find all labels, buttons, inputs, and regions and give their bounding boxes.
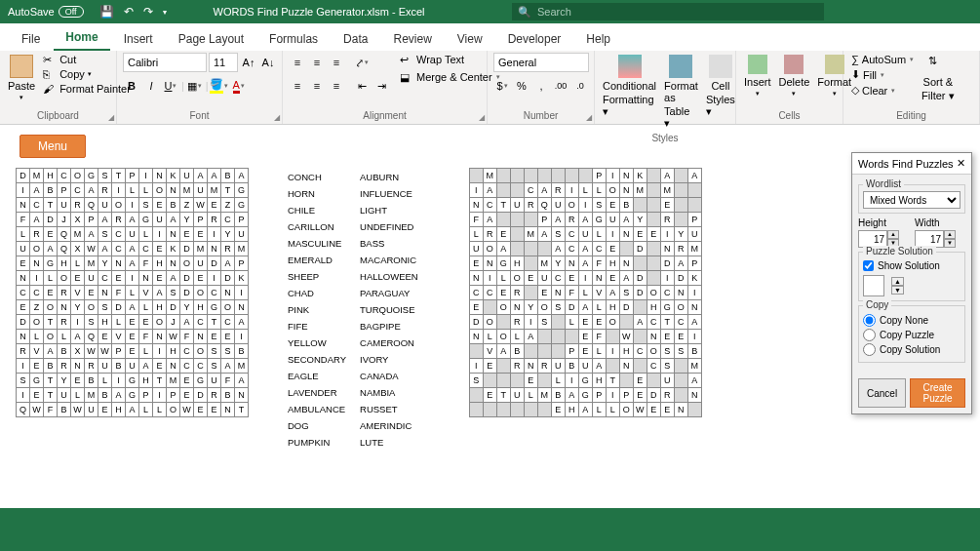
spin-down-icon[interactable]: ▼	[944, 239, 956, 248]
grid-cell: U	[537, 271, 551, 286]
spin-up-icon[interactable]: ▲	[944, 230, 956, 239]
comma-button[interactable]: ,	[532, 77, 550, 95]
grid-cell: R	[208, 388, 221, 403]
cancel-button[interactable]: Cancel	[858, 378, 906, 408]
redo-icon[interactable]: ↷	[143, 5, 153, 19]
orientation-icon[interactable]: ⤤	[353, 54, 371, 71]
tab-data[interactable]: Data	[332, 27, 379, 51]
dialog-launcher-icon[interactable]: ◢	[586, 113, 592, 122]
tab-formulas[interactable]: Formulas	[257, 27, 330, 51]
font-size-select[interactable]	[209, 53, 238, 72]
tab-view[interactable]: View	[446, 27, 494, 51]
spin-down-icon[interactable]: ▼	[891, 286, 904, 295]
show-solution-checkbox[interactable]: Show Solution	[863, 260, 960, 271]
puzzle-grid-right: MPINKAAIACARILLONMMNCTURQUOISEBEFAPARAGU…	[469, 168, 702, 417]
grid-cell: H	[194, 300, 208, 315]
percent-button[interactable]: %	[513, 77, 530, 95]
conditional-formatting-button[interactable]: ConditionalFormatting ▾	[601, 53, 658, 120]
grid-cell: E	[633, 374, 647, 388]
clear-button[interactable]: ◇ Clear	[849, 83, 916, 98]
menu-button[interactable]: Menu	[20, 135, 86, 158]
cell-styles-button[interactable]: CellStyles ▾	[704, 53, 737, 120]
grid-cell: U	[510, 198, 524, 213]
format-table-button[interactable]: Format asTable ▾	[662, 53, 700, 132]
grid-cell: S	[208, 359, 221, 374]
borders-button[interactable]: ▦	[186, 77, 204, 95]
qat-dropdown-icon[interactable]: ▾	[163, 8, 167, 17]
word-item: YELLOW	[288, 335, 358, 350]
word-item: MASCULINE	[288, 236, 358, 251]
increase-decimal-icon[interactable]: .00	[552, 77, 569, 95]
dialog-launcher-icon[interactable]: ◢	[108, 113, 114, 122]
italic-button[interactable]: I	[142, 77, 160, 95]
decrease-indent-icon[interactable]: ⇤	[353, 77, 371, 95]
tab-developer[interactable]: Developer	[496, 27, 573, 51]
grid-cell: K	[633, 169, 647, 183]
align-middle-icon[interactable]: ≡	[308, 54, 326, 71]
paste-button[interactable]: Paste ▾	[6, 53, 37, 103]
spin-up-icon[interactable]: ▲	[891, 277, 904, 286]
insert-cells-button[interactable]: Insert▾	[742, 53, 773, 99]
align-right-icon[interactable]: ≡	[328, 77, 345, 95]
autosave-toggle[interactable]: AutoSave Off	[0, 6, 92, 18]
merge-center-button[interactable]: ⬓Merge & Center	[398, 70, 502, 84]
tab-file[interactable]: File	[10, 27, 52, 51]
word-item: CHILE	[288, 203, 358, 217]
autosum-button[interactable]: ∑ AutoSum	[849, 53, 916, 66]
grid-cell: Y	[674, 227, 687, 242]
undo-icon[interactable]: ↶	[124, 5, 134, 19]
grid-cell: O	[674, 300, 687, 315]
font-name-select[interactable]	[123, 53, 207, 72]
tab-help[interactable]: Help	[574, 27, 622, 51]
bold-button[interactable]: B	[123, 77, 140, 95]
copy-solution-radio[interactable]: Copy Solution	[863, 343, 960, 356]
dialog-launcher-icon[interactable]: ◢	[274, 113, 280, 122]
save-icon[interactable]: 💾	[99, 5, 114, 19]
grid-cell: I	[139, 169, 153, 183]
grid-cell	[496, 374, 510, 388]
fill-button[interactable]: ⬇ Fill	[849, 67, 916, 82]
decrease-decimal-icon[interactable]: .0	[571, 77, 589, 95]
align-left-icon[interactable]: ≡	[289, 77, 306, 95]
font-color-button[interactable]: A	[230, 77, 248, 95]
align-bottom-icon[interactable]: ≡	[328, 54, 345, 71]
tab-home[interactable]: Home	[54, 25, 109, 51]
worksheet[interactable]: Menu DMHCOGSTPINKUAABAIABPCARILLONMUMTGN…	[0, 125, 980, 457]
grid-cell: N	[167, 227, 180, 242]
delete-cells-button[interactable]: Delete▾	[777, 53, 812, 99]
fill-color-button[interactable]: 🪣	[211, 77, 228, 95]
wrap-text-button[interactable]: ↩Wrap Text	[398, 53, 502, 66]
spin-up-icon[interactable]: ▲	[887, 230, 899, 239]
grid-cell: N	[221, 286, 235, 300]
dialog-launcher-icon[interactable]: ◢	[479, 113, 485, 122]
align-center-icon[interactable]: ≡	[308, 77, 326, 95]
tab-review[interactable]: Review	[381, 27, 443, 51]
currency-button[interactable]: $	[493, 77, 511, 95]
wordlist-select[interactable]: Mixed Words	[863, 191, 960, 209]
align-top-icon[interactable]: ≡	[289, 54, 306, 71]
copy-puzzle-radio[interactable]: Copy Puzzle	[863, 329, 960, 341]
underline-button[interactable]: U	[162, 77, 179, 95]
grid-cell: E	[578, 330, 592, 344]
color-swatch[interactable]	[863, 275, 884, 296]
increase-indent-icon[interactable]: ⇥	[372, 77, 390, 95]
word-item: AMBULANCE	[288, 402, 358, 416]
number-format-select[interactable]	[493, 53, 589, 72]
grid-cell	[647, 256, 660, 271]
increase-font-icon[interactable]: A↑	[240, 54, 257, 71]
grid-cell: L	[112, 315, 126, 330]
grid-cell: R	[674, 242, 687, 256]
tab-insert[interactable]: Insert	[112, 27, 165, 51]
decrease-font-icon[interactable]: A↓	[259, 54, 277, 71]
tab-page-layout[interactable]: Page Layout	[167, 27, 255, 51]
sort-filter-button[interactable]: ⇅Sort &Filter ▾	[920, 53, 957, 104]
search-box[interactable]: 🔍 Search	[512, 3, 824, 20]
create-puzzle-button[interactable]: Create Puzzle	[910, 378, 965, 408]
grid-cell: C	[180, 344, 194, 359]
grid-cell	[578, 169, 592, 183]
grid-cell: U	[98, 198, 112, 213]
copy-none-radio[interactable]: Copy None	[863, 314, 960, 327]
grid-cell: E	[17, 300, 30, 315]
grid-cell: M	[194, 242, 208, 256]
close-icon[interactable]: ✕	[957, 157, 965, 170]
